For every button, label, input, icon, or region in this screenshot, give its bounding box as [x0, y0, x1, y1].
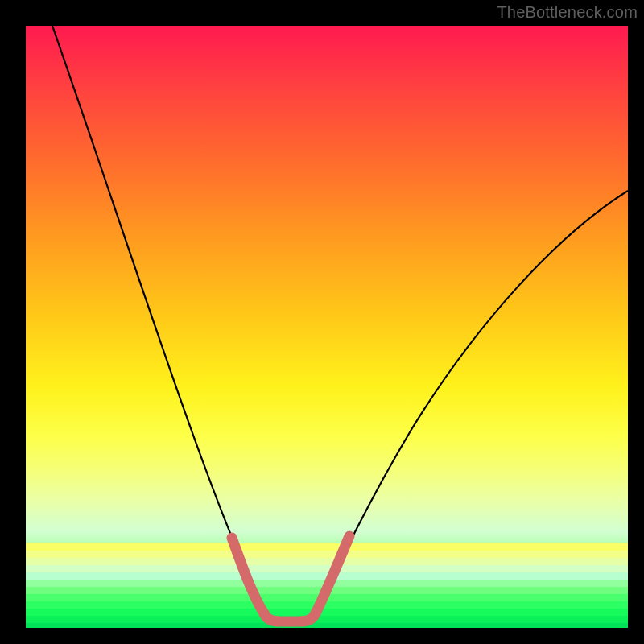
bottleneck-curve — [52, 26, 628, 621]
watermark-text: TheBottleneck.com — [497, 3, 638, 22]
plot-area — [26, 26, 628, 628]
curve-layer — [26, 26, 628, 628]
notch-markers — [232, 536, 349, 621]
chart-frame: TheBottleneck.com — [0, 0, 644, 644]
